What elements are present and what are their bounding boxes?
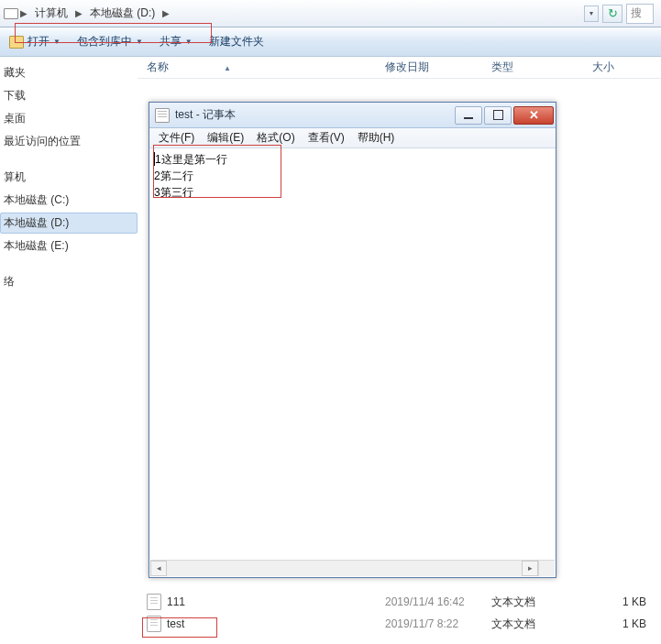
drive-icon — [4, 8, 18, 19]
sidebar-item-label: 络 — [4, 275, 15, 288]
sidebar-item-label: 桌面 — [4, 112, 26, 125]
open-button[interactable]: 打开▼ — [9, 34, 61, 49]
file-size: 1 KB — [592, 595, 661, 608]
sidebar-item-label: 本地磁盘 (D:) — [4, 216, 69, 229]
col-label: 修改日期 — [385, 60, 429, 73]
search-input[interactable]: 搜 — [626, 4, 654, 24]
toolbar-label: 共享 — [160, 34, 182, 49]
menu-view[interactable]: 查看(V) — [303, 128, 350, 147]
sort-indicator-icon: ▲ — [224, 64, 231, 72]
include-library-button[interactable]: 包含到库中▼ — [77, 34, 143, 49]
menu-label: 文件(F) — [159, 131, 194, 144]
address-dropdown-button[interactable]: ▾ — [584, 5, 599, 22]
sidebar-item-label: 算机 — [4, 170, 26, 183]
sidebar-item-label: 藏夹 — [4, 66, 26, 79]
sidebar-item-network[interactable]: 络 — [0, 271, 138, 292]
sidebar-item-favorites[interactable]: 藏夹 — [0, 62, 138, 83]
minimize-button[interactable] — [455, 106, 482, 125]
breadcrumb-label: 本地磁盘 (D:) — [90, 5, 155, 21]
sidebar-item-computer[interactable]: 算机 — [0, 167, 138, 188]
toolbar-label: 打开 — [28, 34, 50, 49]
menu-format[interactable]: 格式(O) — [251, 128, 300, 147]
breadcrumb-drive-d[interactable]: 本地磁盘 (D:) — [84, 4, 160, 23]
share-button[interactable]: 共享▼ — [160, 34, 193, 49]
file-row[interactable]: 111 2019/11/4 16:42 文本文档 1 KB — [138, 591, 661, 613]
menu-label: 查看(V) — [308, 131, 345, 144]
sidebar-item-desktop[interactable]: 桌面 — [0, 108, 138, 129]
menu-label: 帮助(H) — [358, 131, 395, 144]
chevron-down-icon: ▼ — [136, 38, 143, 46]
file-name: 111 — [167, 595, 385, 608]
notepad-window: test - 记事本 ✕ 文件(F) 编辑(E) 格式(O) 查看(V) 帮助(… — [149, 102, 556, 578]
text-file-icon — [147, 616, 161, 632]
text-file-icon — [147, 594, 161, 610]
refresh-button[interactable]: ↻ — [602, 5, 622, 23]
file-name: test — [167, 617, 385, 630]
scroll-left-button[interactable]: ◂ — [150, 561, 167, 576]
menu-edit[interactable]: 编辑(E) — [202, 128, 249, 147]
sidebar-item-drive-c[interactable]: 本地磁盘 (C:) — [0, 190, 138, 211]
col-header-type[interactable]: 类型 — [491, 60, 592, 75]
menu-label: 编辑(E) — [207, 131, 244, 144]
chevron-right-icon[interactable]: ▶ — [162, 8, 170, 18]
col-header-size[interactable]: 大小 — [592, 60, 661, 75]
breadcrumb-computer[interactable]: 计算机 — [29, 4, 73, 23]
col-header-name[interactable]: 名称▲ — [147, 60, 385, 75]
sidebar-item-label: 最近访问的位置 — [4, 135, 81, 147]
sidebar: 藏夹 下载 桌面 最近访问的位置 算机 本地磁盘 (C:) 本地磁盘 (D:) … — [0, 57, 138, 644]
text-line: 2第二行 — [154, 169, 193, 182]
new-folder-button[interactable]: 新建文件夹 — [209, 34, 264, 49]
sidebar-item-downloads[interactable]: 下载 — [0, 85, 138, 106]
col-label: 类型 — [491, 60, 513, 73]
scroll-right-button[interactable]: ▸ — [522, 561, 538, 576]
sidebar-item-drive-e[interactable]: 本地磁盘 (E:) — [0, 235, 138, 257]
file-size: 1 KB — [592, 617, 661, 630]
col-header-date[interactable]: 修改日期 — [385, 60, 491, 75]
sidebar-item-label: 下载 — [4, 89, 26, 102]
notepad-app-icon — [155, 108, 170, 123]
chevron-down-icon: ▼ — [53, 38, 61, 46]
toolbar-label: 包含到库中 — [77, 34, 132, 49]
chevron-down-icon: ▼ — [185, 38, 193, 46]
toolbar-label: 新建文件夹 — [209, 34, 264, 49]
column-headers: 名称▲ 修改日期 类型 大小 — [138, 57, 661, 79]
h-scrollbar[interactable]: ◂ ▸ — [150, 560, 538, 576]
breadcrumb-label: 计算机 — [35, 5, 68, 21]
explorer-toolbar: 打开▼ 包含到库中▼ 共享▼ 新建文件夹 — [0, 27, 661, 57]
file-type: 文本文档 — [491, 595, 592, 610]
folder-open-icon — [9, 36, 24, 49]
menu-label: 格式(O) — [257, 131, 294, 144]
file-row[interactable]: test 2019/11/7 8:22 文本文档 1 KB — [138, 613, 661, 635]
file-date: 2019/11/4 16:42 — [385, 595, 491, 608]
search-placeholder: 搜 — [631, 5, 642, 21]
text-line: 1这里是第一行 — [155, 153, 227, 166]
sidebar-item-recent[interactable]: 最近访问的位置 — [0, 131, 138, 152]
maximize-button[interactable] — [484, 106, 512, 125]
notepad-text-area[interactable]: 1这里是第一行 2第二行 3第三行 ◂ ▸ — [149, 148, 556, 577]
chevron-right-icon[interactable]: ▶ — [20, 8, 28, 18]
text-line: 3第三行 — [154, 186, 193, 199]
sidebar-item-label: 本地磁盘 (C:) — [4, 193, 69, 206]
notepad-title: test - 记事本 — [175, 107, 453, 123]
address-bar: ▶ 计算机 ▶ 本地磁盘 (D:) ▶ ▾ ↻ 搜 — [0, 0, 661, 27]
file-type: 文本文档 — [491, 617, 592, 632]
file-date: 2019/11/7 8:22 — [385, 617, 491, 630]
scroll-track[interactable] — [167, 561, 522, 576]
col-label: 名称 — [147, 60, 169, 73]
sidebar-item-drive-d[interactable]: 本地磁盘 (D:) — [0, 213, 138, 234]
col-label: 大小 — [592, 60, 614, 73]
notepad-titlebar[interactable]: test - 记事本 ✕ — [149, 103, 556, 128]
close-button[interactable]: ✕ — [513, 106, 554, 125]
scroll-corner — [538, 560, 555, 576]
sidebar-item-label: 本地磁盘 (E:) — [4, 239, 69, 252]
menu-file[interactable]: 文件(F) — [153, 128, 200, 147]
menu-help[interactable]: 帮助(H) — [352, 128, 401, 147]
notepad-menubar: 文件(F) 编辑(E) 格式(O) 查看(V) 帮助(H) — [149, 128, 556, 148]
chevron-right-icon[interactable]: ▶ — [75, 8, 83, 18]
